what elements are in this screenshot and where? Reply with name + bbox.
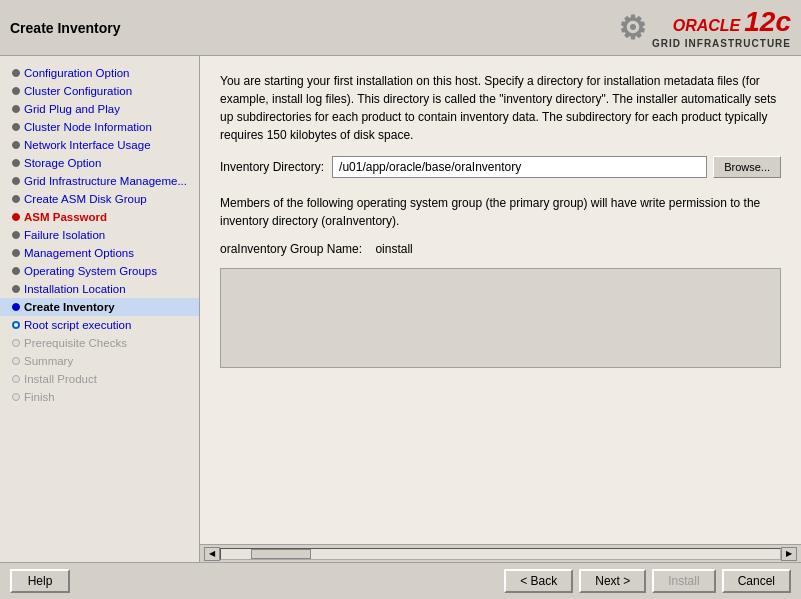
next-button[interactable]: Next > — [579, 569, 646, 593]
sidebar-item-finish: Finish — [0, 388, 199, 406]
inventory-directory-label: Inventory Directory: — [220, 160, 324, 174]
sidebar-dot — [12, 393, 20, 401]
title-bar: Create Inventory ⚙ ORACLE 12c GRID INFRA… — [0, 0, 801, 56]
permission-text: Members of the following operating syste… — [220, 194, 781, 230]
inventory-directory-input[interactable] — [332, 156, 707, 178]
browse-button[interactable]: Browse... — [713, 156, 781, 178]
scrollbar-thumb[interactable] — [251, 549, 311, 559]
sidebar-dot — [12, 159, 20, 167]
footer: Help < Back Next > Install Cancel — [0, 562, 801, 599]
sidebar-item-grid-plug-and-play[interactable]: Grid Plug and Play — [0, 100, 199, 118]
window-title: Create Inventory — [10, 20, 120, 36]
help-button[interactable]: Help — [10, 569, 70, 593]
sidebar-dot — [12, 267, 20, 275]
sidebar-dot — [12, 195, 20, 203]
preview-box — [220, 268, 781, 368]
sidebar-dot — [12, 231, 20, 239]
sidebar-dot — [12, 69, 20, 77]
group-info: oraInventory Group Name: oinstall — [220, 242, 781, 256]
sidebar-item-management-options[interactable]: Management Options — [0, 244, 199, 262]
sidebar-dot — [12, 321, 20, 329]
oracle-logo-text: ORACLE — [673, 17, 741, 35]
scroll-right-button[interactable]: ▶ — [781, 547, 797, 561]
sidebar-dot — [12, 177, 20, 185]
gear-icon: ⚙ — [618, 9, 647, 47]
sidebar-item-operating-system-groups[interactable]: Operating System Groups — [0, 262, 199, 280]
sidebar-dot — [12, 249, 20, 257]
footer-left: Help — [10, 569, 70, 593]
sidebar-item-create-asm-disk-group[interactable]: Create ASM Disk Group — [0, 190, 199, 208]
group-label: oraInventory Group Name: — [220, 242, 362, 256]
main-content: Configuration Option Cluster Configurati… — [0, 56, 801, 562]
sidebar-dot — [12, 285, 20, 293]
sidebar-item-create-inventory[interactable]: Create Inventory — [0, 298, 199, 316]
sidebar-item-summary: Summary — [0, 352, 199, 370]
content-area: You are starting your first installation… — [200, 56, 801, 562]
sidebar-item-root-script-execution[interactable]: Root script execution — [0, 316, 199, 334]
oracle-product-name: GRID INFRASTRUCTURE — [652, 38, 791, 49]
sidebar-dot — [12, 375, 20, 383]
sidebar-item-prerequisite-checks: Prerequisite Checks — [0, 334, 199, 352]
footer-right: < Back Next > Install Cancel — [504, 569, 791, 593]
group-value: oinstall — [375, 242, 412, 256]
sidebar-dot — [12, 357, 20, 365]
sidebar-item-install-product: Install Product — [0, 370, 199, 388]
sidebar-item-storage-option[interactable]: Storage Option — [0, 154, 199, 172]
sidebar-dot — [12, 339, 20, 347]
oracle-version: 12c — [744, 6, 791, 38]
scrollbar-track[interactable] — [220, 548, 781, 560]
install-button[interactable]: Install — [652, 569, 715, 593]
sidebar-dot — [12, 123, 20, 131]
sidebar: Configuration Option Cluster Configurati… — [0, 56, 200, 562]
scroll-left-button[interactable]: ◀ — [204, 547, 220, 561]
content-panel: You are starting your first installation… — [200, 56, 801, 544]
sidebar-item-failure-isolation[interactable]: Failure Isolation — [0, 226, 199, 244]
sidebar-item-network-interface-usage[interactable]: Network Interface Usage — [0, 136, 199, 154]
sidebar-item-configuration-option[interactable]: Configuration Option — [0, 64, 199, 82]
sidebar-dot — [12, 213, 20, 221]
sidebar-dot — [12, 87, 20, 95]
sidebar-item-installation-location[interactable]: Installation Location — [0, 280, 199, 298]
sidebar-item-asm-password[interactable]: ASM Password — [0, 208, 199, 226]
intro-text: You are starting your first installation… — [220, 72, 781, 144]
sidebar-dot — [12, 303, 20, 311]
sidebar-dot — [12, 141, 20, 149]
sidebar-dot — [12, 105, 20, 113]
oracle-logo: ⚙ ORACLE 12c GRID INFRASTRUCTURE — [618, 6, 791, 49]
sidebar-item-grid-infrastructure-management[interactable]: Grid Infrastructure Manageme... — [0, 172, 199, 190]
sidebar-item-cluster-configuration[interactable]: Cluster Configuration — [0, 82, 199, 100]
inventory-directory-row: Inventory Directory: Browse... — [220, 156, 781, 178]
back-button[interactable]: < Back — [504, 569, 573, 593]
horizontal-scrollbar[interactable]: ◀ ▶ — [200, 544, 801, 562]
cancel-button[interactable]: Cancel — [722, 569, 791, 593]
sidebar-item-cluster-node-information[interactable]: Cluster Node Information — [0, 118, 199, 136]
